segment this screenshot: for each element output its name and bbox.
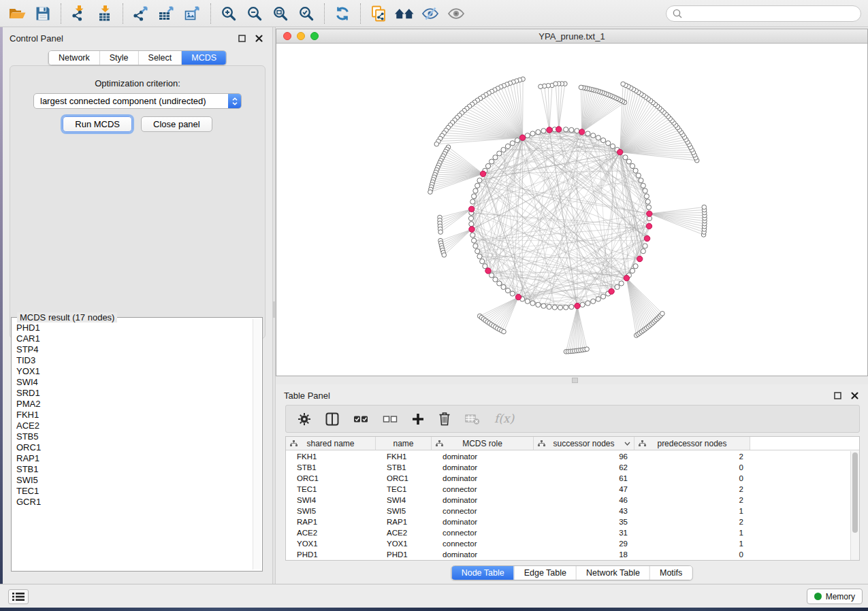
search-box[interactable] (666, 5, 861, 22)
zoom-fit-button[interactable] (268, 2, 293, 25)
control-panel-close-button[interactable] (254, 33, 264, 44)
columns-button[interactable] (325, 412, 339, 426)
mcds-result-item[interactable]: PHD1 (16, 323, 250, 333)
table-row[interactable]: TEC1TEC1connector472 (286, 484, 850, 495)
cell-successor-nodes[interactable]: 96 (534, 452, 634, 461)
zoom-out-button[interactable] (242, 2, 268, 25)
splitter-grip[interactable] (273, 301, 275, 318)
mcds-result-item[interactable]: FKH1 (16, 410, 250, 420)
close-panel-button[interactable]: Close panel (141, 116, 212, 132)
mcds-result-item[interactable]: PMA2 (16, 399, 250, 410)
cell-name[interactable]: ORC1 (376, 474, 432, 482)
mcds-result-item[interactable]: ORC1 (16, 442, 250, 453)
network-window-titlebar[interactable]: YPA_prune.txt_1 (276, 29, 867, 44)
table-row[interactable]: PHD1PHD1dominator180 (286, 549, 850, 560)
mcds-result-item[interactable]: STB5 (16, 431, 250, 442)
export-image-button[interactable] (180, 2, 206, 25)
refresh-view-button[interactable] (329, 2, 355, 25)
table-row[interactable]: FKH1FKH1dominator962 (286, 451, 850, 462)
cell-predecessor-nodes[interactable]: 0 (634, 550, 750, 559)
mcds-result-item[interactable]: ACE2 (16, 420, 250, 431)
mcds-result-item[interactable]: SWI4 (16, 377, 250, 388)
cell-successor-nodes[interactable]: 31 (534, 529, 634, 537)
save-session-button[interactable] (30, 2, 56, 25)
cell-shared-name[interactable]: RAP1 (286, 518, 376, 526)
zoom-in-button[interactable] (216, 2, 242, 25)
cell-mcds-role[interactable]: dominator (432, 452, 534, 461)
cell-successor-nodes[interactable]: 61 (534, 474, 634, 482)
cell-successor-nodes[interactable]: 35 (534, 518, 634, 526)
table-tab-edge-table[interactable]: Edge Table (514, 566, 576, 580)
mcds-result-item[interactable]: TEC1 (16, 486, 250, 497)
cell-name[interactable]: SWI5 (376, 507, 432, 515)
table-scrollbar[interactable] (850, 451, 859, 560)
cell-predecessor-nodes[interactable]: 0 (634, 474, 750, 482)
table-panel-float-button[interactable] (833, 391, 843, 401)
first-neighbors-button[interactable] (391, 2, 417, 25)
table-tab-network-table[interactable]: Network Table (576, 566, 649, 580)
cell-mcds-role[interactable]: dominator (432, 463, 534, 472)
criterion-select[interactable]: largest connected component (undirected) (33, 93, 242, 109)
cell-name[interactable]: RAP1 (376, 518, 432, 526)
table-row[interactable]: ACE2ACE2connector311 (286, 527, 850, 538)
open-session-button[interactable] (4, 2, 30, 25)
graph-edges[interactable] (471, 129, 649, 308)
import-table-button[interactable] (92, 2, 118, 25)
table-row[interactable]: SWI4SWI4dominator462 (286, 495, 850, 506)
cell-predecessor-nodes[interactable]: 2 (634, 518, 750, 526)
cell-name[interactable]: TEC1 (376, 485, 432, 493)
mcds-result-item[interactable]: RAP1 (16, 453, 250, 464)
show-all-button[interactable] (443, 2, 469, 25)
tab-style[interactable]: Style (99, 51, 138, 65)
cell-name[interactable]: FKH1 (376, 452, 432, 461)
export-table-button[interactable] (154, 2, 180, 25)
network-graph[interactable] (276, 44, 867, 376)
cell-predecessor-nodes[interactable]: 2 (634, 496, 750, 504)
select-all-button[interactable] (353, 414, 368, 425)
export-network-button[interactable] (128, 2, 154, 25)
cell-name[interactable]: SWI4 (376, 496, 432, 504)
table-tab-motifs[interactable]: Motifs (649, 566, 692, 580)
cell-mcds-role[interactable]: dominator (432, 496, 534, 504)
network-canvas[interactable] (276, 44, 867, 376)
zoom-selected-button[interactable] (293, 2, 319, 25)
search-input[interactable] (686, 9, 854, 18)
mcds-result-item[interactable]: SRD1 (16, 388, 250, 399)
cell-name[interactable]: ACE2 (376, 529, 432, 537)
window-close-button[interactable] (283, 32, 291, 40)
table-row[interactable]: YOX1YOX1connector291 (286, 538, 850, 549)
table-row[interactable]: ORC1ORC1dominator610 (286, 473, 850, 484)
cell-shared-name[interactable]: ORC1 (286, 474, 376, 482)
cell-shared-name[interactable]: SWI5 (286, 507, 376, 515)
window-maximize-button[interactable] (310, 32, 319, 40)
column-header-mcds-role[interactable]: MCDS role (432, 437, 534, 450)
cell-successor-nodes[interactable]: 47 (534, 485, 634, 493)
tab-mcds[interactable]: MCDS (181, 51, 226, 65)
table-panel-close-button[interactable] (850, 391, 860, 401)
horizontal-splitter[interactable] (276, 376, 868, 384)
cell-name[interactable]: YOX1 (376, 540, 432, 548)
delete-button[interactable] (438, 412, 451, 426)
hide-selected-button[interactable] (417, 2, 443, 25)
cell-successor-nodes[interactable]: 43 (534, 507, 634, 515)
cell-shared-name[interactable]: FKH1 (286, 452, 376, 461)
cell-shared-name[interactable]: ACE2 (286, 529, 376, 537)
mcds-result-item[interactable]: TID3 (16, 355, 250, 366)
cell-predecessor-nodes[interactable]: 2 (634, 485, 750, 493)
cell-name[interactable]: STB1 (376, 463, 432, 472)
splitter-grip-horizontal[interactable] (572, 378, 578, 383)
cell-mcds-role[interactable]: connector (432, 507, 534, 515)
cell-shared-name[interactable]: STB1 (286, 463, 376, 472)
cell-predecessor-nodes[interactable]: 1 (634, 507, 750, 515)
cell-shared-name[interactable]: PHD1 (286, 550, 376, 559)
cell-name[interactable]: PHD1 (376, 550, 432, 559)
cell-mcds-role[interactable]: dominator (432, 550, 534, 559)
cell-successor-nodes[interactable]: 62 (534, 463, 634, 472)
mcds-result-item[interactable]: GCR1 (16, 497, 250, 508)
tab-network[interactable]: Network (49, 51, 99, 65)
mcds-result-item[interactable]: STB1 (16, 464, 250, 475)
table-row[interactable]: STB1STB1dominator620 (286, 462, 850, 473)
cell-shared-name[interactable]: TEC1 (286, 485, 376, 493)
mcds-result-item[interactable]: SWI5 (16, 475, 250, 486)
cell-predecessor-nodes[interactable]: 2 (634, 452, 750, 461)
